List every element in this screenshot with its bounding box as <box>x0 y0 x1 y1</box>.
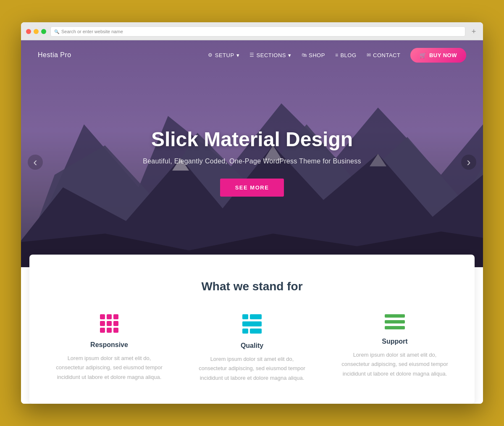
minimize-button[interactable] <box>34 29 39 34</box>
traffic-lights <box>26 29 46 34</box>
search-icon: 🔍 <box>54 29 59 34</box>
blog-icon: ≡ <box>335 52 339 58</box>
nav-contact-label: CONTACT <box>373 52 400 58</box>
gear-icon: ⚙ <box>208 52 213 58</box>
carousel-next-button[interactable]: › <box>461 155 476 170</box>
nav-contact[interactable]: ✉ CONTACT <box>367 52 401 58</box>
close-button[interactable] <box>26 29 31 34</box>
feature-quality-title: Quality <box>189 342 315 350</box>
features-section: What we stand for <box>29 255 475 403</box>
sections-icon: ☰ <box>249 52 255 58</box>
maximize-button[interactable] <box>41 29 46 34</box>
features-grid: Responsive Lorem ipsum dolor sit amet el… <box>46 314 458 382</box>
navbar: Hestia Pro ⚙ SETUP ▾ ☰ SECTIONS ▾ 🛍 SHO <box>21 40 483 70</box>
nav-buy-now[interactable]: 🛒 BUY NOW <box>410 48 466 63</box>
feature-support: Support Lorem ipsum dolor sit amet elit … <box>332 314 458 382</box>
feature-quality-desc: Lorem ipsum dolor sit amet elit do, cons… <box>197 355 307 382</box>
buy-now-button[interactable]: 🛒 BUY NOW <box>410 48 466 63</box>
navbar-brand[interactable]: Hestia Pro <box>38 51 71 59</box>
nav-sections[interactable]: ☰ SECTIONS ▾ <box>249 52 291 58</box>
hero-wrapper: Hestia Pro ⚙ SETUP ▾ ☰ SECTIONS ▾ 🛍 SHO <box>21 40 483 267</box>
cart-icon: 🛒 <box>420 52 427 58</box>
address-text: Search or enter website name <box>61 29 123 34</box>
feature-support-title: Support <box>332 338 458 345</box>
feature-quality: Quality Lorem ipsum dolor sit amet elit … <box>189 314 315 382</box>
nav-shop-label: SHOP <box>309 52 325 58</box>
quality-icon-wrapper <box>189 314 315 334</box>
feature-responsive: Responsive Lorem ipsum dolor sit amet el… <box>46 314 172 382</box>
buy-now-label: BUY NOW <box>429 52 457 58</box>
nav-shop[interactable]: 🛍 SHOP <box>302 52 325 58</box>
hero-content: Slick Material Design Beautiful, Elegant… <box>90 128 414 197</box>
responsive-icon-wrapper <box>46 314 172 333</box>
nav-setup-label: SETUP <box>215 52 234 58</box>
browser-window: 🔍 Search or enter website name + Hestia … <box>21 22 483 403</box>
address-bar[interactable]: 🔍 Search or enter website name <box>50 26 465 37</box>
hero-title: Slick Material Design <box>90 128 414 151</box>
browser-chrome: 🔍 Search or enter website name + <box>21 22 483 40</box>
hero-subtitle: Beautiful, Elegantly Coded, One-Page Wor… <box>90 158 414 165</box>
support-icon-wrapper <box>332 314 458 329</box>
chevron-down-icon: ▾ <box>236 52 240 58</box>
features-title: What we stand for <box>46 280 458 293</box>
lines-icon <box>242 314 262 334</box>
nav-setup[interactable]: ⚙ SETUP ▾ <box>208 52 239 58</box>
feature-support-desc: Lorem ipsum dolor sit amet elit do, cons… <box>340 350 449 378</box>
see-more-button[interactable]: SEE MORE <box>220 179 284 197</box>
new-tab-button[interactable]: + <box>470 27 478 36</box>
grid-icon <box>100 314 118 333</box>
nav-blog-label: BLOG <box>340 52 356 58</box>
feature-responsive-title: Responsive <box>46 341 172 349</box>
hero-section: ‹ Slick Material Design Beautiful, Elega… <box>21 40 483 267</box>
nav-sections-label: SECTIONS <box>257 52 286 58</box>
mail-icon: ✉ <box>367 52 371 58</box>
chevron-down-icon-sections: ▾ <box>288 52 291 58</box>
shop-icon: 🛍 <box>302 52 307 58</box>
feature-responsive-desc: Lorem ipsum dolor sit amet elit do, cons… <box>55 354 164 381</box>
website-content: Hestia Pro ⚙ SETUP ▾ ☰ SECTIONS ▾ 🛍 SHO <box>21 40 483 403</box>
navbar-nav: ⚙ SETUP ▾ ☰ SECTIONS ▾ 🛍 SHOP ≡ <box>208 48 466 63</box>
carousel-prev-button[interactable]: ‹ <box>28 155 43 170</box>
nav-blog[interactable]: ≡ BLOG <box>335 52 357 58</box>
hamburger-icon <box>385 314 405 329</box>
